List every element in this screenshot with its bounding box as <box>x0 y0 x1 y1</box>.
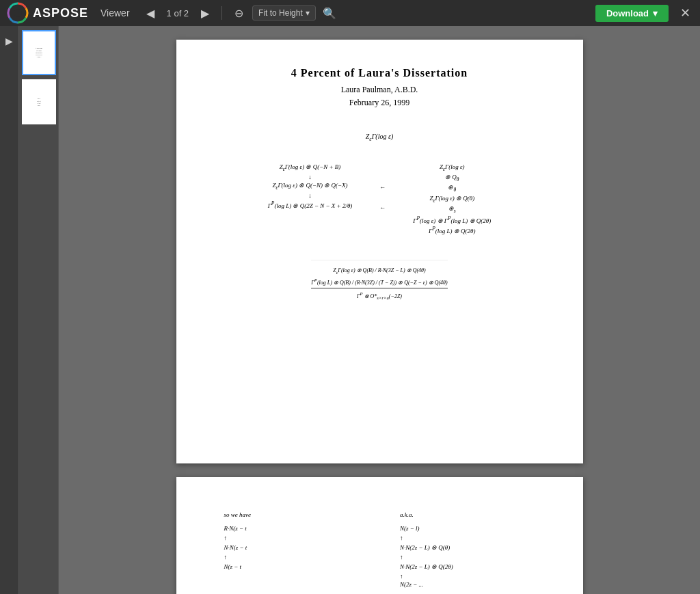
page1-title: 4 Percent of Laura's Dissertation <box>291 67 468 79</box>
chevron-down-icon: ▾ <box>306 8 310 18</box>
prev-icon: ◀ <box>146 7 154 20</box>
document-page-1: 4 Percent of Laura's Dissertation Laura … <box>176 40 583 463</box>
fit-dropdown-label: Fit to Height <box>258 8 303 18</box>
download-label: Download <box>606 8 649 18</box>
page2-content: so we have R·N(z − t ↑ N·N(z − t ↑ N(z −… <box>211 498 549 594</box>
download-button[interactable]: Download ▾ <box>595 5 669 22</box>
download-arrow-icon: ▾ <box>653 8 658 18</box>
fit-dropdown[interactable]: Fit to Height ▾ <box>252 5 316 21</box>
next-page-button[interactable]: ▶ <box>197 5 213 21</box>
main-layout: ▶ 4 Percent of Laura's Dissertation ~ ma… <box>0 26 700 594</box>
sidebar-toggle[interactable]: ▶ <box>0 26 19 594</box>
math-content: ZεΓ(log ε) ZεΓ(log ε) ⊗ Q(−N + B) ↓ ZεΓ(… <box>211 129 549 300</box>
aka-label: a.k.a. <box>400 511 535 518</box>
page-indicator: 1 of 2 <box>164 8 192 18</box>
math-row-1: ZεΓ(log ε) <box>366 133 393 142</box>
sidebar-toggle-icon: ▶ <box>5 36 13 46</box>
thumbnail-panel: 4 Percent of Laura's Dissertation ~ math… <box>19 26 59 594</box>
toolbar-divider <box>221 6 222 20</box>
logo-area: ASPOSE <box>7 2 88 24</box>
document-viewer[interactable]: 4 Percent of Laura's Dissertation Laura … <box>59 26 700 594</box>
zoom-in-button[interactable]: 🔍 <box>321 5 338 21</box>
page1-author: Laura Paulman, A.B.D. <box>341 85 418 95</box>
so-we-have-label: so we have <box>224 511 360 518</box>
close-button[interactable]: ✕ <box>677 5 693 21</box>
aka-section: a.k.a. N(z − l) ↑ N·N(2z − L) ⊗ Q(θ) ↑ N… <box>400 511 535 588</box>
next-icon: ▶ <box>201 7 209 20</box>
toolbar: ASPOSE Viewer ◀ 1 of 2 ▶ ⊖ Fit to Height… <box>0 0 700 26</box>
math-two-col: ZεΓ(log ε) ⊗ Q(−N + B) ↓ ZεΓ(log ε) ⊗ Q(… <box>268 163 492 236</box>
page1-content: 4 Percent of Laura's Dissertation Laura … <box>211 67 549 300</box>
close-icon: ✕ <box>680 5 690 21</box>
prev-page-button[interactable]: ◀ <box>142 5 159 21</box>
aspose-logo-icon <box>7 2 29 24</box>
page2-main: so we have R·N(z − t ↑ N·N(z − t ↑ N(z −… <box>224 511 535 588</box>
zoom-out-button[interactable]: ⊖ <box>230 5 247 21</box>
zoom-in-icon: 🔍 <box>323 7 336 20</box>
thumbnail-page-1[interactable]: 4 Percent of Laura's Dissertation ~ math… <box>22 30 56 75</box>
so-we-have-section: so we have R·N(z − t ↑ N·N(z − t ↑ N(z −… <box>224 511 360 588</box>
logo-text: ASPOSE <box>33 6 88 21</box>
document-page-2: so we have R·N(z − t ↑ N·N(z − t ↑ N(z −… <box>176 477 583 594</box>
thumbnail-page-2[interactable]: a.k.a. N(z−t) so we have <box>22 79 56 124</box>
viewer-label: Viewer <box>100 8 130 18</box>
zoom-out-icon: ⊖ <box>234 7 243 20</box>
svg-point-1 <box>14 9 22 17</box>
math-bottom: ZεΓ(log ε) ⊗ Q(B) / R·N(3Z − L) ⊗ Q(4θ) … <box>311 260 447 301</box>
page1-date: February 26, 1999 <box>349 98 409 108</box>
